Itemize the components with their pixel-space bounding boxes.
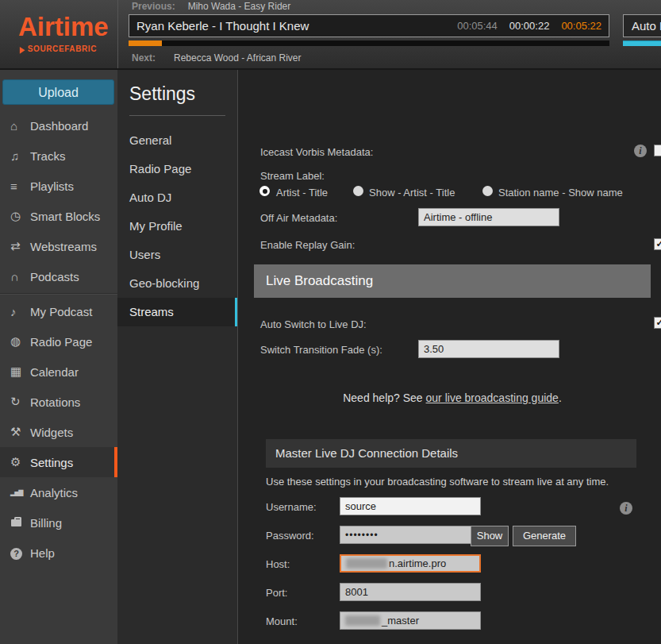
- settings-submenu-list: General Radio Page Auto DJ My Profile Us…: [117, 126, 237, 326]
- previous-track: Miho Wada - Easy Rider: [188, 1, 291, 12]
- mount-label: Mount:: [266, 615, 298, 627]
- settings-tab-streams[interactable]: Streams: [117, 298, 237, 326]
- sidebar-item-radio-page[interactable]: ◍Radio Page: [0, 326, 117, 357]
- settings-submenu: Settings General Radio Page Auto DJ My P…: [117, 70, 238, 644]
- sidebar-item-dashboard[interactable]: ⌂Dashboard: [0, 110, 117, 141]
- sidebar-divider: [0, 293, 117, 295]
- redacted-text: [345, 615, 380, 626]
- track-remaining: 00:05:22: [561, 20, 601, 32]
- calendar-icon: ▦: [10, 364, 30, 379]
- master-connection-subtitle: Use these settings in your broadcasting …: [266, 476, 609, 488]
- master-connection-header: Master Live DJ Connection Details: [266, 439, 636, 468]
- bar-chart-icon: ▂▅▇: [10, 489, 30, 496]
- settings-tab-users[interactable]: Users: [117, 241, 237, 269]
- current-track-title: Ryan Keberle - I Thought I Knew: [136, 19, 457, 33]
- headphones-icon: ∩: [10, 270, 30, 283]
- mount-input[interactable]: _master: [340, 611, 481, 630]
- now-playing-box: Ryan Keberle - I Thought I Knew 00:05:44…: [129, 14, 609, 37]
- settings-submenu-title: Settings: [129, 83, 237, 105]
- check-icon: ✓: [655, 238, 661, 249]
- port-input[interactable]: [340, 583, 481, 601]
- stream-label-label: Stream Label:: [260, 170, 325, 182]
- icecast-vorbis-checkbox[interactable]: [654, 145, 661, 156]
- next-label: Next:: [132, 52, 156, 64]
- track-progress-fill: [129, 40, 162, 46]
- settings-tab-my-profile[interactable]: My Profile: [117, 212, 237, 241]
- next-track-row: Next:Rebecca Wood - African River: [132, 52, 302, 64]
- sidebar-item-rotations[interactable]: ↻Rotations: [0, 387, 117, 417]
- port-label: Port:: [266, 587, 287, 599]
- stream-label-option[interactable]: Show - Artist - Title: [369, 187, 455, 199]
- stream-label-radio-show-artist-title[interactable]: [353, 186, 363, 196]
- sidebar-item-webstreams[interactable]: ⇄Webstreams: [0, 231, 117, 261]
- settings-tab-radio-page[interactable]: Radio Page: [117, 155, 237, 183]
- help-icon: ?: [10, 548, 22, 560]
- main-sidebar: Upload ⌂Dashboard ♫Tracks ≡Playlists ◷Sm…: [0, 70, 117, 644]
- sidebar-item-analytics[interactable]: ▂▅▇Analytics: [0, 477, 117, 507]
- track-elapsed: 00:00:22: [509, 20, 550, 32]
- info-icon[interactable]: i: [620, 502, 632, 515]
- live-broadcasting-header: Live Broadcasting: [254, 264, 651, 298]
- sidebar-item-playlists[interactable]: ≡Playlists: [0, 171, 117, 201]
- upload-button[interactable]: Upload: [2, 79, 114, 105]
- help-text: Need help? See our live broadcasting gui…: [254, 391, 651, 404]
- sidebar-item-settings[interactable]: ⚙Settings: [0, 447, 117, 477]
- host-input[interactable]: n.airtime.pro: [340, 554, 481, 573]
- check-icon: ✓: [655, 317, 661, 328]
- icecast-vorbis-label: Icecast Vorbis Metadata:: [260, 146, 373, 158]
- sidebar-item-podcasts[interactable]: ∩Podcasts: [0, 261, 117, 291]
- sidebar-item-billing[interactable]: Billing: [0, 507, 117, 538]
- top-header: Airtime ▶SOURCEFABRIC Previous:Miho Wada…: [0, 0, 661, 70]
- generate-password-button[interactable]: Generate: [513, 526, 576, 546]
- logo-subtitle: ▶SOURCEFABRIC: [20, 44, 97, 53]
- switch-fade-label: Switch Transition Fade (s):: [260, 344, 382, 356]
- sidebar-item-widgets[interactable]: ⚒Widgets: [0, 417, 117, 447]
- stream-label-option[interactable]: Artist - Title: [276, 187, 328, 199]
- settings-tab-auto-dj[interactable]: Auto DJ: [117, 183, 237, 212]
- host-label: Host:: [266, 558, 290, 570]
- sidebar-item-smart-blocks[interactable]: ◷Smart Blocks: [0, 201, 117, 231]
- track-duration: 00:05:44: [457, 20, 498, 32]
- rotate-icon: ↻: [10, 395, 30, 409]
- show-password-button[interactable]: Show: [471, 526, 509, 546]
- live-broadcasting-guide-link[interactable]: our live broadcasting guide: [426, 391, 559, 404]
- list-icon: ≡: [10, 179, 30, 193]
- submenu-divider: [129, 115, 225, 116]
- switch-fade-input[interactable]: [418, 340, 559, 358]
- settings-tab-geo-blocking[interactable]: Geo-blocking: [117, 269, 237, 298]
- info-icon[interactable]: i: [634, 145, 647, 157]
- single-note-icon: ♪: [10, 305, 30, 318]
- previous-track-row: Previous:Miho Wada - Easy Rider: [132, 1, 290, 12]
- sidebar-item-my-podcast[interactable]: ♪My Podcast: [0, 296, 117, 326]
- password-input[interactable]: ••••••••: [340, 526, 481, 544]
- sidebar-item-tracks[interactable]: ♫Tracks: [0, 141, 117, 171]
- enable-replay-gain-label: Enable Replay Gain:: [260, 239, 355, 251]
- username-input[interactable]: [340, 497, 481, 515]
- clock-icon: ◷: [10, 209, 30, 223]
- track-progress-bar: [129, 40, 609, 46]
- logo-title: Airtime: [18, 12, 109, 42]
- offair-metadata-label: Off Air Metadata:: [260, 212, 337, 224]
- wrench-icon: ⚒: [10, 425, 30, 439]
- stream-label-radio-artist-title[interactable]: [259, 186, 270, 196]
- stream-label-radio-station-show[interactable]: [482, 186, 493, 196]
- username-label: Username:: [266, 501, 317, 513]
- auto-switch-label: Auto Switch to Live DJ:: [260, 318, 367, 330]
- offair-metadata-input[interactable]: [418, 208, 559, 226]
- airtime-logo[interactable]: Airtime ▶SOURCEFABRIC: [0, 0, 118, 68]
- music-note-icon: ♫: [10, 149, 30, 163]
- settings-tab-general[interactable]: General: [117, 126, 237, 155]
- enable-replay-gain-checkbox[interactable]: ✓: [654, 238, 661, 250]
- auto-switch-checkbox[interactable]: ✓: [654, 317, 661, 329]
- globe-icon: ◍: [10, 334, 30, 349]
- redacted-text: [346, 558, 387, 569]
- sidebar-item-calendar[interactable]: ▦Calendar: [0, 357, 117, 387]
- source-status-indicator: [623, 40, 661, 46]
- sourcefabric-arrow-icon: ▶: [20, 45, 25, 55]
- streams-settings-panel: Icecast Vorbis Metadata: i Stream Label:…: [238, 70, 661, 644]
- source-status-button[interactable]: Auto DJ: [623, 14, 661, 37]
- stream-label-option[interactable]: Station name - Show name: [498, 187, 623, 199]
- sidebar-item-help[interactable]: ?Help: [0, 538, 117, 568]
- password-label: Password:: [266, 530, 314, 542]
- track-times: 00:05:44 00:00:22 00:05:22: [457, 20, 601, 32]
